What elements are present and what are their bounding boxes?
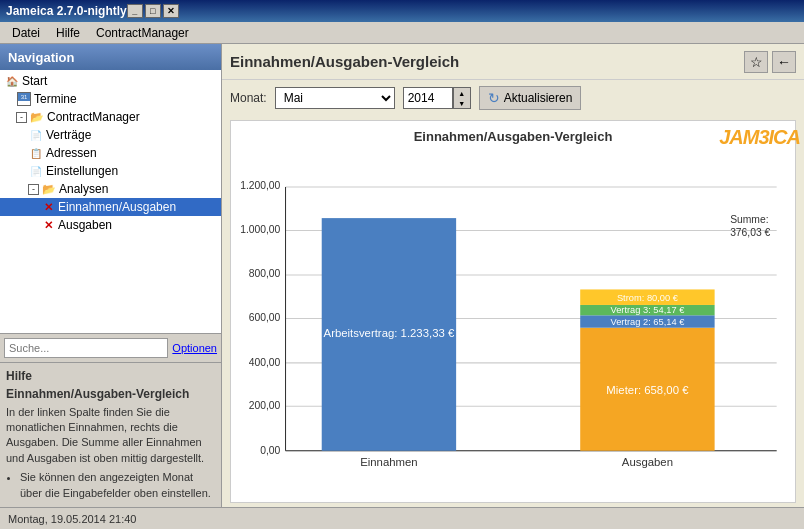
- chart-svg: 0,00 200,00 400,00 600,00 800,00 1.000,0…: [239, 152, 787, 491]
- refresh-label: Aktualisieren: [504, 91, 573, 105]
- content-title: Einnahmen/Ausgaben-Vergleich: [230, 53, 459, 70]
- bookmark-btn[interactable]: ☆: [744, 51, 768, 73]
- nav-contractmanager[interactable]: - 📂 ContractManager: [0, 108, 221, 126]
- nav-header: Navigation: [0, 44, 221, 70]
- nav-adressen[interactable]: 📋 Adressen: [0, 144, 221, 162]
- adressen-icon: 📋: [28, 145, 44, 161]
- nav-ausgaben[interactable]: ✕ Ausgaben: [0, 216, 221, 234]
- chart-container: Einnahmen/Ausgaben-Vergleich 0,00 200,00…: [230, 120, 796, 503]
- svg-text:200,00: 200,00: [249, 400, 281, 411]
- svg-text:1.000,00: 1.000,00: [240, 224, 280, 235]
- main-layout: Navigation 🏠 Start 31 Termine -: [0, 44, 804, 507]
- summe-value: 376,03 €: [730, 227, 770, 238]
- chart-title: Einnahmen/Ausgaben-Vergleich: [239, 129, 787, 144]
- year-up-btn[interactable]: ▲: [454, 88, 470, 98]
- maximize-btn[interactable]: □: [145, 4, 161, 18]
- svg-text:1.200,00: 1.200,00: [240, 180, 280, 191]
- app-title: Jameica 2.7.0-nightly: [6, 4, 127, 18]
- nav-start[interactable]: 🏠 Start: [0, 72, 221, 90]
- help-text: In der linken Spalte finden Sie die mona…: [6, 405, 215, 467]
- folder-open-icon: 📂: [29, 109, 45, 125]
- help-panel: Hilfe Einnahmen/Ausgaben-Vergleich In de…: [0, 362, 221, 507]
- search-area: Optionen: [0, 333, 221, 362]
- nav-termine[interactable]: 31 Termine: [0, 90, 221, 108]
- status-bar: Montag, 19.05.2014 21:40: [0, 507, 804, 529]
- menu-bar: Datei Hilfe ContractManager: [0, 22, 804, 44]
- year-input[interactable]: [403, 87, 453, 109]
- nav-vertraege[interactable]: 📄 Verträge: [0, 126, 221, 144]
- nav-tree: 🏠 Start 31 Termine - 📂 ContractManager: [0, 70, 221, 333]
- vertrag2-label: Vertrag 2: 65,14 €: [610, 317, 685, 327]
- search-input[interactable]: [4, 338, 168, 358]
- chart-area: Einnahmen/Ausgaben-Vergleich 0,00 200,00…: [222, 116, 804, 507]
- menu-contractmanager[interactable]: ContractManager: [88, 24, 197, 42]
- vertrag3-label: Vertrag 3: 54,17 €: [610, 305, 685, 315]
- year-spinner: ▲ ▼: [453, 87, 471, 109]
- svg-text:0,00: 0,00: [260, 445, 280, 456]
- status-text: Montag, 19.05.2014 21:40: [8, 513, 136, 525]
- help-title: Hilfe: [6, 369, 215, 383]
- nav-analysen[interactable]: - 📂 Analysen: [0, 180, 221, 198]
- einnahmen-label: Arbeitsvertrag: 1.233,33 €: [324, 327, 455, 339]
- help-list-item: Sie können den angezeigten Monat über di…: [20, 470, 215, 501]
- window-controls: _ □ ✕: [127, 4, 179, 18]
- options-link[interactable]: Optionen: [172, 342, 217, 354]
- year-input-group: ▲ ▼: [403, 87, 471, 109]
- home-icon: 🏠: [4, 73, 20, 89]
- content-header: Einnahmen/Ausgaben-Vergleich ☆ ←: [222, 44, 804, 80]
- back-btn[interactable]: ←: [772, 51, 796, 73]
- minimize-btn[interactable]: _: [127, 4, 143, 18]
- monat-label: Monat:: [230, 91, 267, 105]
- refresh-button[interactable]: ↻ Aktualisieren: [479, 86, 582, 110]
- strom-label: Strom: 80,00 €: [617, 293, 679, 303]
- year-down-btn[interactable]: ▼: [454, 98, 470, 108]
- contractmanager-expand[interactable]: -: [16, 112, 27, 123]
- svg-text:400,00: 400,00: [249, 357, 281, 368]
- x-einnahmen: Einnahmen: [360, 456, 417, 468]
- toolbar: Monat: Januar Februar März April Mai Jun…: [222, 80, 804, 116]
- ausgaben-icon: ✕: [40, 217, 56, 233]
- svg-text:600,00: 600,00: [249, 313, 281, 324]
- sidebar: Navigation 🏠 Start 31 Termine -: [0, 44, 222, 507]
- nav-einstellungen[interactable]: 📄 Einstellungen: [0, 162, 221, 180]
- menu-datei[interactable]: Datei: [4, 24, 48, 42]
- help-list: Sie können den angezeigten Monat über di…: [20, 470, 215, 501]
- analysen-expand[interactable]: -: [28, 184, 39, 195]
- einstellungen-icon: 📄: [28, 163, 44, 179]
- analysen-folder-icon: 📂: [41, 181, 57, 197]
- header-icons: ☆ ←: [744, 51, 796, 73]
- einnahmen-icon: ✕: [40, 199, 56, 215]
- x-ausgaben: Ausgaben: [622, 456, 673, 468]
- vertraege-icon: 📄: [28, 127, 44, 143]
- svg-text:800,00: 800,00: [249, 268, 281, 279]
- mieter-label: Mieter: 658,00 €: [606, 384, 689, 396]
- jameica-logo: JAM3ICA: [719, 124, 800, 150]
- close-btn[interactable]: ✕: [163, 4, 179, 18]
- refresh-icon: ↻: [488, 90, 500, 106]
- nav-einnahmen-ausgaben[interactable]: ✕ Einnahmen/Ausgaben: [0, 198, 221, 216]
- summe-label: Summe:: [730, 214, 768, 225]
- calendar-icon: 31: [16, 91, 32, 107]
- content-area: Einnahmen/Ausgaben-Vergleich ☆ ← JAM3ICA…: [222, 44, 804, 507]
- help-section-title: Einnahmen/Ausgaben-Vergleich: [6, 387, 215, 401]
- month-select[interactable]: Januar Februar März April Mai Juni Juli …: [275, 87, 395, 109]
- menu-hilfe[interactable]: Hilfe: [48, 24, 88, 42]
- title-bar: Jameica 2.7.0-nightly _ □ ✕: [0, 0, 804, 22]
